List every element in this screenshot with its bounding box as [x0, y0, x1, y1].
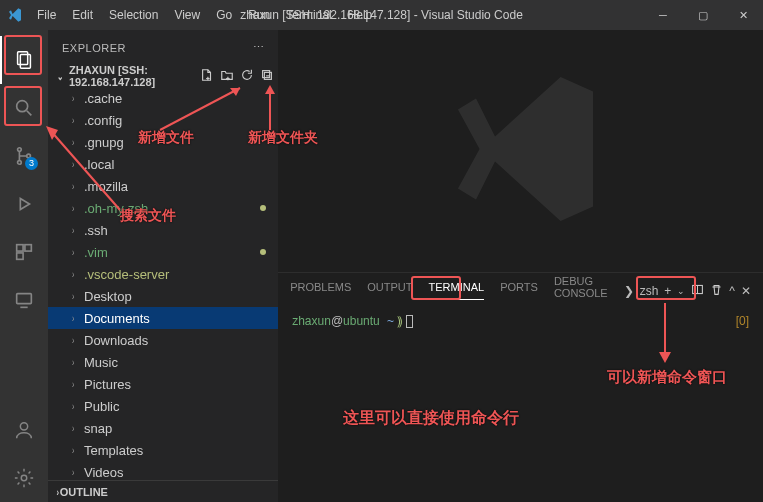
- tree-item-oh-my-zsh[interactable]: ›.oh-my-zsh: [48, 197, 278, 219]
- outline-section[interactable]: › OUTLINE: [48, 480, 278, 502]
- tab-debug-console[interactable]: DEBUG CONSOLE: [554, 275, 608, 306]
- activity-extensions[interactable]: [0, 228, 48, 276]
- svg-point-5: [18, 161, 22, 165]
- tab-problems[interactable]: PROBLEMS: [290, 281, 351, 300]
- terminal-shell-icon[interactable]: ❯: [624, 284, 634, 298]
- activity-bar: 3: [0, 30, 48, 502]
- vscode-icon: [0, 7, 30, 23]
- tree-item-cache[interactable]: ›.cache: [48, 87, 278, 109]
- chevron-right-icon: ›: [72, 115, 82, 126]
- menu-edit[interactable]: Edit: [65, 4, 100, 26]
- tree-item-vscode-server[interactable]: ›.vscode-server: [48, 263, 278, 285]
- chevron-right-icon: ›: [72, 247, 82, 258]
- tree-item-Pictures[interactable]: ›Pictures: [48, 373, 278, 395]
- tree-item-Public[interactable]: ›Public: [48, 395, 278, 417]
- tree-item-label: .vim: [84, 245, 108, 260]
- svg-rect-11: [17, 294, 32, 304]
- vscode-watermark-icon: [431, 59, 611, 243]
- tree-item-Music[interactable]: ›Music: [48, 351, 278, 373]
- chevron-right-icon: ›: [72, 269, 82, 280]
- tab-output[interactable]: OUTPUT: [367, 281, 412, 300]
- split-terminal-icon[interactable]: [691, 283, 704, 299]
- activity-settings[interactable]: [0, 454, 48, 502]
- tree-item-label: Downloads: [84, 333, 148, 348]
- activity-explorer[interactable]: [0, 36, 48, 84]
- title-bar: File Edit Selection View Go Run Terminal…: [0, 0, 763, 30]
- chevron-right-icon: ›: [72, 401, 82, 412]
- chevron-right-icon: ›: [72, 467, 82, 478]
- svg-rect-0: [18, 52, 28, 65]
- activity-scm[interactable]: 3: [0, 132, 48, 180]
- terminal-index: [0]: [736, 314, 749, 328]
- activity-account[interactable]: [0, 406, 48, 454]
- tab-terminal[interactable]: TERMINAL: [429, 281, 485, 300]
- activity-remote[interactable]: [0, 276, 48, 324]
- collapse-all-icon[interactable]: [260, 68, 274, 85]
- tree-item-label: Videos: [84, 465, 124, 480]
- tree-item-label: Music: [84, 355, 118, 370]
- panel-tabs: PROBLEMS OUTPUT TERMINAL PORTS DEBUG CON…: [278, 273, 763, 308]
- svg-rect-8: [17, 245, 23, 251]
- activity-debug[interactable]: [0, 180, 48, 228]
- terminal-content[interactable]: zhaxun@ubuntu ~ ⸩ [0]: [278, 308, 763, 502]
- workspace-header[interactable]: ⌄ ZHAXUN [SSH: 192.168.147.128]: [48, 65, 278, 87]
- terminal-split-dropdown-icon[interactable]: ⌄: [677, 286, 685, 296]
- new-file-icon[interactable]: [200, 68, 214, 85]
- tree-item-Templates[interactable]: ›Templates: [48, 439, 278, 461]
- menu-terminal[interactable]: Terminal: [279, 4, 338, 26]
- menu-run[interactable]: Run: [241, 4, 277, 26]
- tree-item-mozilla[interactable]: ›.mozilla: [48, 175, 278, 197]
- tree-item-local[interactable]: ›.local: [48, 153, 278, 175]
- minimize-button[interactable]: ─: [643, 0, 683, 30]
- tree-item-Downloads[interactable]: ›Downloads: [48, 329, 278, 351]
- tree-item-gnupg[interactable]: ›.gnupg: [48, 131, 278, 153]
- maximize-button[interactable]: ▢: [683, 0, 723, 30]
- tree-item-Documents[interactable]: ›Documents: [48, 307, 278, 329]
- new-terminal-button[interactable]: +: [664, 284, 671, 298]
- terminal-shell-label[interactable]: zsh: [640, 284, 659, 298]
- tree-item-label: Templates: [84, 443, 143, 458]
- refresh-icon[interactable]: [240, 68, 254, 85]
- close-panel-icon[interactable]: ✕: [741, 284, 751, 298]
- chevron-right-icon: ›: [72, 137, 82, 148]
- tree-item-vim[interactable]: ›.vim: [48, 241, 278, 263]
- maximize-panel-icon[interactable]: ^: [729, 284, 735, 298]
- chevron-right-icon: ›: [72, 203, 82, 214]
- svg-point-14: [21, 475, 27, 481]
- svg-line-3: [27, 111, 32, 116]
- explorer-more-icon[interactable]: ⋯: [253, 41, 265, 54]
- svg-rect-10: [17, 253, 23, 259]
- modified-dot-icon: [260, 205, 266, 211]
- tree-item-Videos[interactable]: ›Videos: [48, 461, 278, 480]
- svg-point-2: [17, 101, 28, 112]
- tree-item-label: .ssh: [84, 223, 108, 238]
- chevron-right-icon: ›: [72, 181, 82, 192]
- tree-item-label: .gnupg: [84, 135, 124, 150]
- menu-view[interactable]: View: [167, 4, 207, 26]
- tree-item-label: .oh-my-zsh: [84, 201, 148, 216]
- tree-item-label: snap: [84, 421, 112, 436]
- menu-go[interactable]: Go: [209, 4, 239, 26]
- tree-item-snap[interactable]: ›snap: [48, 417, 278, 439]
- close-button[interactable]: ✕: [723, 0, 763, 30]
- svg-marker-7: [20, 199, 29, 210]
- chevron-right-icon: ›: [72, 225, 82, 236]
- menu-selection[interactable]: Selection: [102, 4, 165, 26]
- svg-rect-19: [263, 70, 270, 77]
- menu-bar: File Edit Selection View Go Run Terminal…: [30, 4, 379, 26]
- chevron-right-icon: ›: [72, 423, 82, 434]
- tree-item-Desktop[interactable]: ›Desktop: [48, 285, 278, 307]
- bottom-panel: PROBLEMS OUTPUT TERMINAL PORTS DEBUG CON…: [278, 272, 763, 502]
- menu-file[interactable]: File: [30, 4, 63, 26]
- tree-item-label: .vscode-server: [84, 267, 169, 282]
- tree-item-label: Pictures: [84, 377, 131, 392]
- menu-help[interactable]: Help: [341, 4, 380, 26]
- kill-terminal-icon[interactable]: [710, 283, 723, 299]
- activity-search[interactable]: [0, 84, 48, 132]
- chevron-right-icon: ›: [72, 357, 82, 368]
- tree-item-config[interactable]: ›.config: [48, 109, 278, 131]
- new-folder-icon[interactable]: [220, 68, 234, 85]
- tree-item-ssh[interactable]: ›.ssh: [48, 219, 278, 241]
- tab-ports[interactable]: PORTS: [500, 281, 538, 300]
- svg-point-4: [18, 148, 22, 152]
